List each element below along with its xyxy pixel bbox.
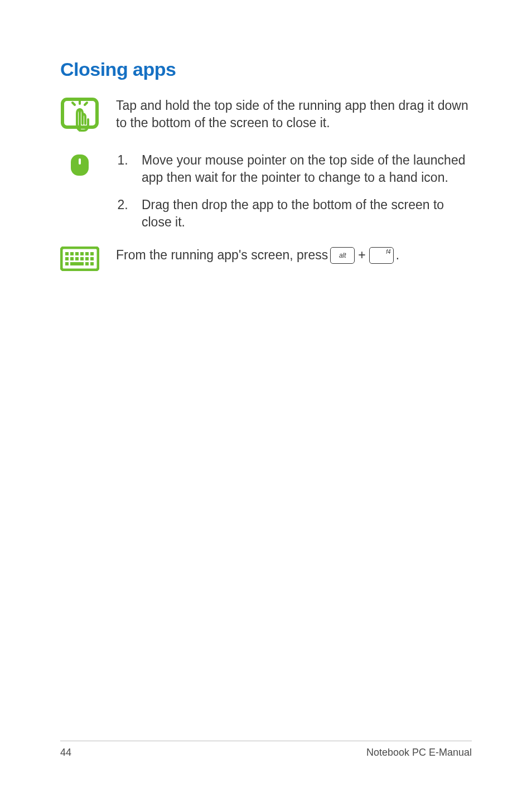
svg-rect-19	[65, 262, 69, 265]
svg-rect-7	[65, 252, 69, 255]
plus-sign: +	[357, 247, 366, 264]
touch-row: Tap and hold the top side of the running…	[60, 97, 472, 136]
svg-rect-13	[65, 257, 69, 260]
svg-rect-10	[80, 252, 84, 255]
keyboard-icon	[60, 247, 99, 271]
section-heading: Closing apps	[60, 59, 472, 80]
mouse-icon-col	[60, 152, 116, 176]
svg-line-1	[72, 103, 75, 105]
svg-rect-16	[80, 257, 84, 260]
svg-rect-20	[70, 262, 84, 265]
svg-line-3	[85, 103, 87, 105]
mouse-step-2: Drag then drop the app to the bottom of …	[132, 196, 472, 231]
svg-rect-21	[85, 262, 89, 265]
keyboard-prefix: From the running app's screen, press	[116, 247, 328, 264]
svg-rect-17	[85, 257, 89, 260]
mouse-text: Move your mouse pointer on the top side …	[116, 152, 472, 231]
svg-rect-9	[75, 252, 79, 255]
keycap-f4-label: f4	[386, 248, 390, 256]
svg-rect-8	[70, 252, 74, 255]
page-footer: 44 Notebook PC E-Manual	[60, 741, 472, 758]
svg-rect-5	[79, 158, 81, 165]
svg-rect-18	[90, 257, 94, 260]
svg-rect-15	[75, 257, 79, 260]
mouse-step-1: Move your mouse pointer on the top side …	[132, 152, 472, 186]
doc-title: Notebook PC E-Manual	[366, 747, 472, 758]
svg-rect-14	[70, 257, 74, 260]
svg-rect-11	[85, 252, 89, 255]
svg-rect-22	[90, 262, 94, 265]
keyboard-suffix: .	[396, 247, 399, 264]
page-number: 44	[60, 747, 71, 758]
svg-rect-4	[71, 154, 89, 176]
mouse-row: Move your mouse pointer on the top side …	[60, 152, 472, 231]
touch-text: Tap and hold the top side of the running…	[116, 97, 472, 132]
touch-icon-col	[60, 97, 116, 136]
mouse-icon	[70, 154, 89, 176]
keycap-f4: f4	[369, 247, 394, 264]
page: Closing apps Tap and hold the top side o…	[0, 0, 532, 802]
svg-rect-12	[90, 252, 94, 255]
keyboard-text: From the running app's screen, press alt…	[116, 247, 472, 264]
keyboard-row: From the running app's screen, press alt…	[60, 247, 472, 271]
keyboard-icon-col	[60, 247, 116, 271]
keycap-alt: alt	[330, 247, 355, 264]
touch-icon	[60, 97, 99, 136]
